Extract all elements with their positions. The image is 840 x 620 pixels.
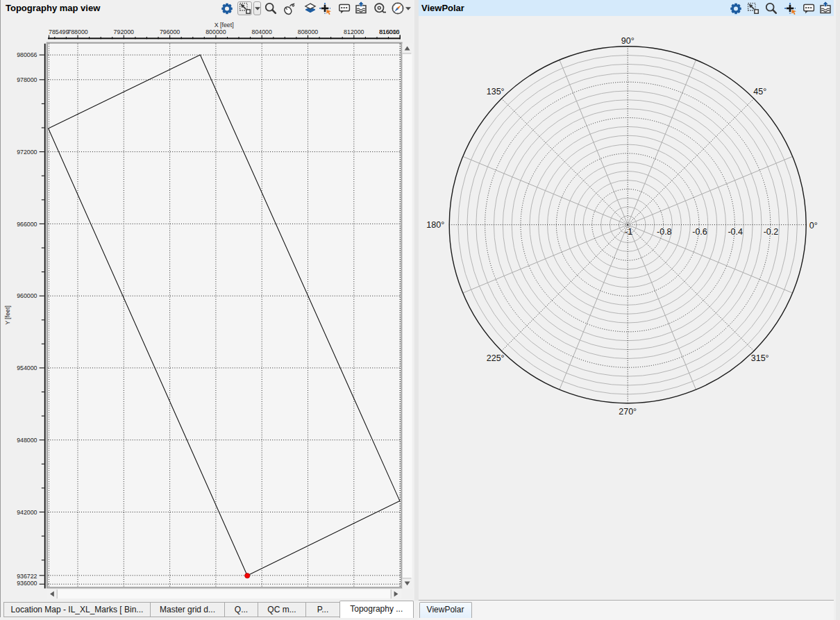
svg-text:-0.2: -0.2 [764, 227, 779, 237]
svg-text:804000: 804000 [252, 28, 272, 35]
svg-text:966000: 966000 [17, 221, 37, 228]
svg-text:978000: 978000 [17, 76, 37, 83]
svg-text:948000: 948000 [17, 437, 37, 444]
svg-text:Y [feet]: Y [feet] [4, 305, 11, 325]
svg-text:225°: 225° [487, 353, 505, 363]
svg-text:270°: 270° [619, 407, 637, 417]
svg-text:90°: 90° [621, 36, 635, 46]
svg-text:788000: 788000 [67, 28, 87, 35]
svg-text:936722: 936722 [17, 573, 37, 580]
svg-text:936000: 936000 [17, 580, 37, 587]
svg-text:785499: 785499 [49, 28, 69, 35]
svg-text:-0.8: -0.8 [657, 227, 672, 237]
svg-text:816016: 816016 [379, 28, 399, 35]
svg-text:808000: 808000 [298, 28, 318, 35]
svg-text:954000: 954000 [17, 365, 37, 371]
svg-text:135°: 135° [487, 87, 505, 97]
svg-text:45°: 45° [753, 87, 766, 97]
svg-text:-1: -1 [625, 227, 632, 237]
svg-text:980066: 980066 [17, 51, 37, 58]
svg-text:800000: 800000 [205, 28, 226, 35]
svg-text:792000: 792000 [114, 28, 134, 35]
svg-text:180°: 180° [426, 220, 444, 230]
svg-text:960000: 960000 [17, 292, 37, 299]
svg-text:315°: 315° [751, 353, 769, 363]
svg-text:X [feet]: X [feet] [215, 22, 234, 28]
svg-text:0°: 0° [809, 221, 818, 231]
svg-text:-0.6: -0.6 [692, 227, 707, 237]
svg-text:972000: 972000 [17, 149, 37, 156]
svg-text:812000: 812000 [344, 28, 364, 35]
svg-text:-0.4: -0.4 [728, 227, 743, 237]
svg-text:796000: 796000 [160, 28, 180, 35]
svg-text:942000: 942000 [17, 509, 37, 516]
